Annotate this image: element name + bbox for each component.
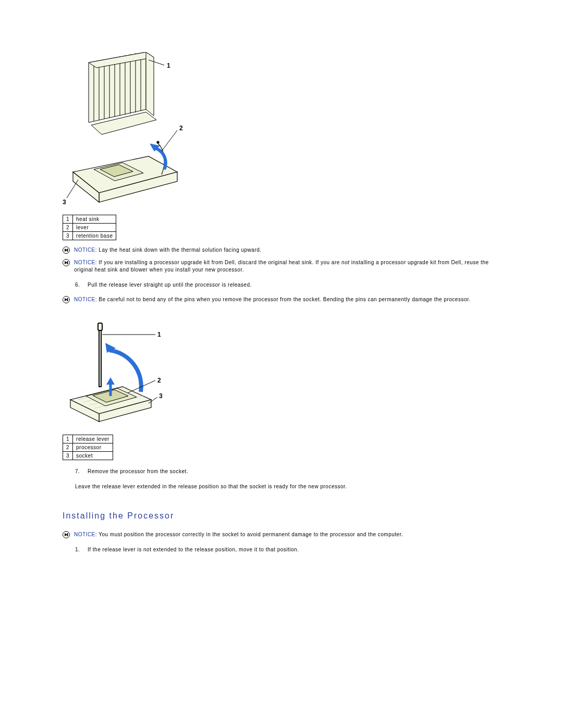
callout-3: 3 (63, 199, 66, 206)
notice-label: NOTICE: (74, 532, 97, 537)
svg-rect-29 (67, 261, 68, 264)
notice-icon (63, 531, 70, 538)
legend-num: 1 (63, 435, 73, 443)
step-number: 1. (75, 546, 88, 553)
notice-text: You must position the processor correctl… (97, 532, 403, 537)
notice-icon (63, 246, 70, 254)
notice-text: Lay the heat sink down with the thermal … (97, 247, 262, 253)
legend-label: retention base (73, 232, 116, 240)
step-number: 7. (75, 467, 88, 475)
callout-2: 2 (157, 377, 161, 384)
notice-text-before: If you are installing a processor upgrad… (97, 260, 341, 265)
callout-2: 2 (179, 125, 183, 132)
socket-diagram: 1 2 3 (63, 314, 500, 429)
step-text: Pull the release lever straight up until… (88, 281, 500, 289)
notice-heatsink-orientation: NOTICE: Lay the heat sink down with the … (63, 246, 500, 254)
notice-label: NOTICE: (74, 297, 97, 302)
step-7: 7. Remove the processor from the socket. (75, 467, 500, 475)
callout-1: 1 (167, 62, 170, 69)
legend-num: 3 (63, 232, 73, 240)
svg-marker-20 (146, 52, 154, 116)
legend-label: lever (73, 224, 116, 232)
notice-bend-pins: NOTICE: Be careful not to bend any of th… (63, 296, 500, 303)
figure2-legend-table: 1 release lever 2 processor 3 socket (63, 435, 113, 460)
svg-rect-32 (67, 298, 68, 301)
svg-line-23 (67, 180, 78, 198)
notice-icon (63, 296, 70, 303)
notice-label: NOTICE: (74, 247, 97, 253)
notice-text: Be careful not to bend any of the pins w… (97, 297, 470, 302)
legend-label: processor (73, 443, 113, 452)
step-6: 6. Pull the release lever straight up un… (75, 281, 500, 289)
legend-label: heat sink (73, 215, 116, 224)
legend-num: 3 (63, 452, 73, 460)
svg-rect-43 (98, 323, 102, 330)
heatsink-diagram: 1 2 3 (63, 52, 500, 209)
notice-label: NOTICE: (74, 260, 97, 265)
svg-rect-26 (67, 249, 68, 252)
notice-text-italic: not (341, 260, 349, 265)
step-number: 6. (75, 281, 88, 289)
step-text: Remove the processor from the socket. (88, 467, 500, 475)
legend-label: socket (73, 452, 113, 460)
svg-marker-45 (106, 377, 115, 385)
figure1-legend-table: 1 heat sink 2 lever 3 retention base (63, 215, 116, 240)
step-text: If the release lever is not extended to … (88, 546, 500, 553)
legend-num: 2 (63, 224, 73, 232)
section-heading-installing-processor: Installing the Processor (63, 511, 500, 521)
paragraph-release-lever: Leave the release lever extended in the … (75, 483, 500, 490)
svg-point-5 (157, 141, 159, 143)
legend-num: 1 (63, 215, 73, 224)
notice-position-processor: NOTICE: You must position the processor … (63, 531, 500, 538)
legend-num: 2 (63, 443, 73, 452)
notice-upgrade-kit: NOTICE: If you are installing a processo… (63, 259, 500, 274)
svg-line-22 (162, 130, 177, 151)
svg-rect-42 (99, 324, 101, 387)
install-step-1: 1. If the release lever is not extended … (75, 546, 500, 553)
notice-icon (63, 259, 70, 266)
legend-label: release lever (73, 435, 113, 443)
svg-rect-52 (67, 533, 68, 536)
callout-3: 3 (159, 392, 163, 400)
callout-1: 1 (157, 331, 161, 338)
